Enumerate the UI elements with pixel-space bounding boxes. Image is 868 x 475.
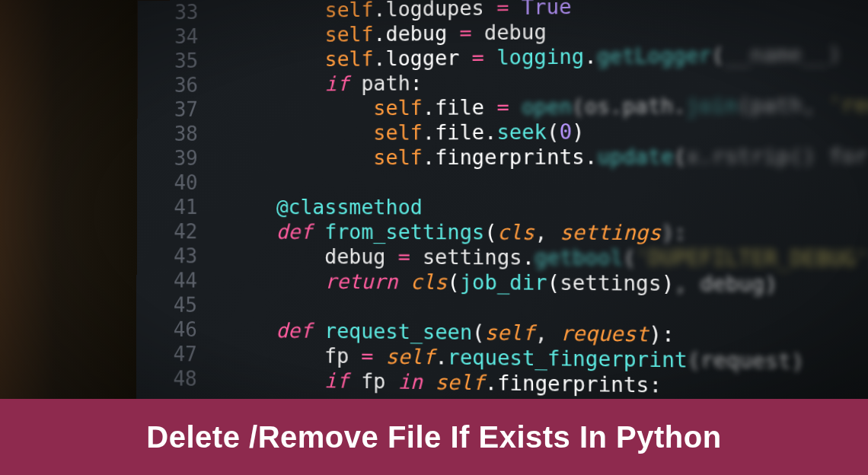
line-number: 34 <box>138 24 198 49</box>
line-number: 47 <box>136 341 197 366</box>
line-number: 37 <box>137 97 198 122</box>
line-number: 40 <box>137 171 198 195</box>
line-number: 46 <box>136 317 197 342</box>
line-number: 43 <box>137 244 198 268</box>
line-number: 45 <box>136 292 197 317</box>
line-number: 44 <box>136 268 197 293</box>
line-number: 36 <box>138 73 199 98</box>
line-number: 48 <box>136 366 197 391</box>
code-line <box>228 169 868 195</box>
line-number: 39 <box>137 146 198 171</box>
code-editor: 33343536373839404142434445464748 self.lo… <box>136 0 868 411</box>
code-line: return cls(job_dir(settings), debug) <box>228 269 868 298</box>
code-line: @classmethod <box>228 195 868 221</box>
code-line: debug = settings.getbool('DUPEFILTER_DEB… <box>228 244 868 272</box>
line-number: 33 <box>138 0 198 25</box>
title-banner: Delete /Remove File If Exists In Python <box>0 399 868 475</box>
code-content: self.logdupes = True self.debug = debug … <box>228 0 868 411</box>
photo-background-left <box>0 0 137 399</box>
code-line: def from_settings(cls, settings): <box>228 219 868 246</box>
line-number: 42 <box>137 219 198 244</box>
line-number: 41 <box>137 195 198 219</box>
banner-title: Delete /Remove File If Exists In Python <box>146 420 721 454</box>
code-line: self.file = open(os.path.join(path, 'req… <box>228 91 868 121</box>
line-number-gutter: 33343536373839404142434445464748 <box>136 0 229 401</box>
code-line: self.fingerprints.update(x.rstrip() for … <box>228 143 868 171</box>
code-line: self.file.seek(0) <box>228 117 868 145</box>
line-number: 35 <box>138 49 199 74</box>
line-number: 38 <box>137 122 198 146</box>
